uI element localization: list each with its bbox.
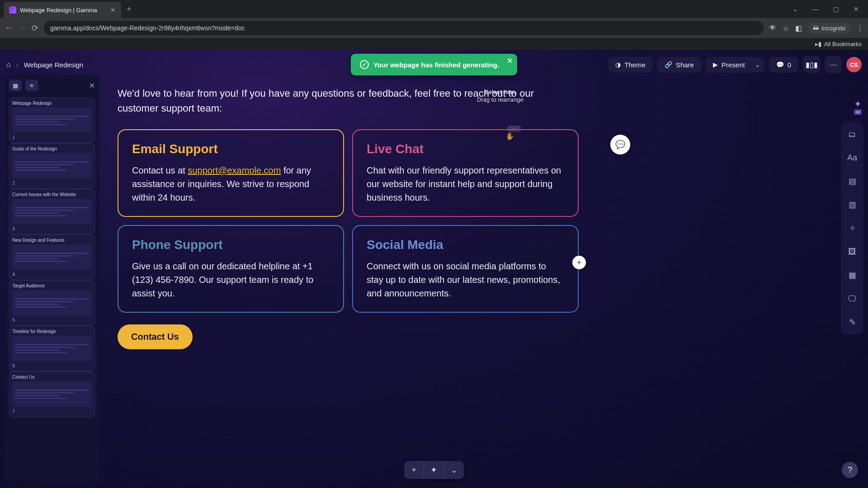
thumb-number: 7 [12, 408, 92, 414]
grid-view-icon[interactable]: ▦ [9, 80, 22, 91]
card-body: Chat with our friendly support represent… [367, 164, 564, 204]
panel-icon[interactable]: ◧ [795, 24, 802, 33]
analytics-button[interactable]: ▮▯▮ [803, 56, 820, 73]
tab-bar: Webpage Redesign | Gamma ✕ + ⌄ — ▢ ✕ [0, 0, 868, 18]
support-email-link[interactable]: support@example.com [188, 165, 281, 175]
reload-button[interactable]: ⟳ [32, 23, 38, 33]
card-email-support[interactable]: Email Support Contact us at support@exam… [118, 129, 344, 217]
thumb-title: Target Audience [12, 283, 92, 288]
thumb-preview [12, 244, 92, 270]
comments-button[interactable]: 💬 0 [769, 57, 798, 73]
slide-thumbnail[interactable]: Contact Us 7 [9, 371, 95, 417]
back-button[interactable]: ← [5, 23, 13, 33]
browser-tab[interactable]: Webpage Redesign | Gamma ✕ [4, 2, 121, 18]
panel-close-icon[interactable]: ✕ [89, 81, 95, 90]
callout-button[interactable]: ▤ [844, 174, 860, 189]
card-social-media[interactable]: Social Media Connect with us on social m… [352, 225, 579, 313]
card-title: Email Support [132, 142, 330, 156]
share-button[interactable]: 🔗 Share [657, 57, 701, 73]
minimize-icon[interactable]: — [807, 3, 824, 15]
text-format-button[interactable]: Aa [844, 150, 860, 165]
link-icon: 🔗 [665, 61, 672, 68]
add-card-button[interactable]: + [404, 461, 424, 479]
hint-drag: Drag to rearrange [477, 96, 524, 104]
card-title: Live Chat [367, 142, 564, 156]
thumb-number: 3 [12, 226, 92, 231]
present-button[interactable]: ▶ Present [706, 57, 752, 73]
body-pre: Contact us at [132, 165, 188, 175]
video-button[interactable]: 🖵 [844, 291, 860, 306]
app-topbar: ⌂ › Webpage Redesign ✓ Your webpage has … [6, 56, 862, 73]
slide-thumbnail[interactable]: New Design and Features 4 [9, 235, 95, 280]
card-phone-support[interactable]: Phone Support Give us a call on our dedi… [118, 225, 344, 313]
card-live-chat[interactable]: Live Chat Chat with our friendly support… [352, 129, 579, 217]
sparkles-icon: ✧ [849, 223, 856, 233]
breadcrumb-doc-title[interactable]: Webpage Redesign [24, 61, 83, 69]
thumb-number: 1 [12, 135, 92, 140]
home-icon[interactable]: ⌂ [6, 61, 11, 69]
comment-icon: 💬 [776, 61, 784, 68]
theme-button[interactable]: ◑ Theme [608, 57, 653, 73]
thumb-preview [12, 153, 92, 178]
thumb-panel-header: ▦ ≡ ✕ [9, 80, 95, 91]
forward-button[interactable]: → [18, 23, 26, 33]
chevron-down-icon[interactable]: ⌄ [787, 3, 803, 15]
bar-chart-icon: ▮▯▮ [806, 61, 818, 69]
help-button[interactable]: ? [842, 462, 858, 478]
chevron-right-icon: › [16, 61, 19, 69]
eye-off-icon[interactable]: 👁 [769, 24, 776, 32]
kebab-menu-icon[interactable]: ⋮ [856, 24, 863, 33]
toast-success: ✓ Your webpage has finished generating. … [351, 54, 517, 75]
columns-icon: ▥ [849, 200, 856, 210]
slide-thumbnail[interactable]: Target Audience 5 [9, 280, 95, 326]
embed-button[interactable]: ▦ [844, 267, 860, 283]
add-card-dropdown[interactable]: ⌄ [444, 461, 464, 479]
thumb-preview [12, 108, 92, 133]
card-templates-button[interactable]: 🗂 [844, 127, 860, 142]
maximize-icon[interactable]: ▢ [828, 3, 844, 15]
url-bar[interactable]: gamma.app/docs/Webpage-Redesign-2r98y4nh… [44, 21, 764, 35]
slide-thumbnail[interactable]: Goals of the Redesign 2 [9, 143, 95, 189]
browser-nav-bar: ← → ⟳ gamma.app/docs/Webpage-Redesign-2r… [0, 18, 868, 38]
dots-icon: ⋯ [830, 61, 837, 69]
incognito-icon: 🕶 [813, 25, 819, 32]
card-body: Contact us at support@example.com for an… [132, 164, 330, 204]
url-text: gamma.app/docs/Webpage-Redesign-2r98y4nh… [50, 24, 245, 32]
user-avatar[interactable]: CS [846, 57, 862, 72]
plus-icon: + [411, 465, 416, 475]
slide-thumbnail[interactable]: Current Issues with the Website 3 [9, 189, 95, 235]
add-comment-button[interactable]: 💬 [610, 135, 630, 155]
incognito-badge[interactable]: 🕶 Incognito [808, 23, 850, 33]
slide-thumbnail[interactable]: Timeline for Redesign 6 [9, 326, 95, 371]
tab-close-icon[interactable]: ✕ [110, 6, 116, 14]
add-block-button[interactable]: + [572, 256, 586, 269]
layout-button[interactable]: ▥ [844, 197, 860, 212]
visuals-button[interactable]: ✧ [844, 221, 860, 236]
bookmark-bar: ▸▮ All Bookmarks [0, 38, 868, 50]
toast-message: Your webpage has finished generating. [373, 61, 499, 69]
slide-thumbnail[interactable]: Webpage Redesign 1 [9, 98, 95, 143]
tool-rail: 🗂 Aa ▤ ▥ ✧ 🖼 ▦ 🖵 ✎ [841, 122, 863, 334]
bookmark-star-icon[interactable]: ☆ [783, 24, 789, 33]
ai-card-button[interactable]: ✦ [424, 461, 444, 479]
browser-chrome: Webpage Redesign | Gamma ✕ + ⌄ — ▢ ✕ ← →… [0, 0, 868, 50]
close-window-icon[interactable]: ✕ [848, 3, 864, 15]
toast-close-icon[interactable]: ✕ [507, 56, 513, 65]
present-dropdown[interactable]: ⌄ [750, 57, 764, 72]
all-bookmarks-link[interactable]: All Bookmarks [824, 41, 862, 47]
contact-us-button[interactable]: Contact Us [118, 324, 193, 349]
list-view-icon[interactable]: ≡ [25, 80, 38, 91]
more-menu-button[interactable]: ⋯ [825, 56, 842, 73]
breadcrumb: ⌂ › Webpage Redesign [6, 61, 83, 69]
thumb-title: Timeline for Redesign [12, 329, 92, 334]
form-button[interactable]: ✎ [844, 314, 860, 330]
image-button[interactable]: 🖼 [844, 244, 860, 259]
grid-icon: ▦ [849, 270, 856, 280]
new-tab-button[interactable]: + [121, 5, 137, 14]
hint-select: Select item [477, 89, 524, 96]
thumb-number: 5 [12, 317, 92, 323]
note-icon: ▤ [849, 176, 856, 186]
editor-canvas[interactable]: We'd love to hear from you! If you have … [99, 50, 868, 488]
thumb-number: 2 [12, 180, 92, 186]
image-icon: 🖼 [848, 247, 856, 257]
